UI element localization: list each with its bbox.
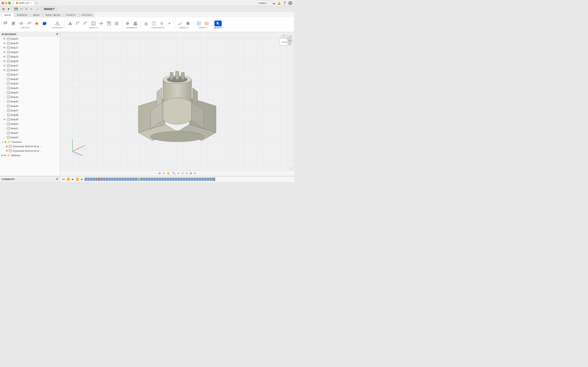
close-tab-icon[interactable]: ✕ xyxy=(31,2,32,4)
comments-pin[interactable]: 📌 xyxy=(56,178,58,180)
grid-dropdown[interactable]: ▾ xyxy=(194,171,196,175)
timeline-item[interactable] xyxy=(196,178,199,181)
tree-item-body52[interactable]: ◌ Body52 xyxy=(0,131,60,135)
tree-item-body30[interactable]: 👁 Body30 xyxy=(0,59,60,63)
timeline-item[interactable] xyxy=(185,178,188,181)
tab-mesh[interactable]: MESH xyxy=(30,13,42,17)
timeline-item[interactable] xyxy=(177,178,180,181)
tree-item-body25[interactable]: 👁 Body25 xyxy=(0,36,60,41)
tree-item-body51[interactable]: ◌ Body51 xyxy=(0,126,60,131)
display-mode-dropdown[interactable]: ▾ xyxy=(185,171,188,175)
timeline-item[interactable] xyxy=(148,178,151,181)
undo-button[interactable]: ↩ xyxy=(19,7,24,11)
timeline-item[interactable] xyxy=(98,178,100,181)
tree-item-body39[interactable]: ◌ Body39 xyxy=(0,81,60,86)
eye-body47[interactable]: ◌ xyxy=(3,109,6,112)
special-button[interactable] xyxy=(33,21,40,26)
timeline-start-button[interactable]: ⏮ xyxy=(61,177,66,181)
timeline-item[interactable] xyxy=(87,178,90,181)
timeline-item[interactable] xyxy=(183,178,185,181)
zoom-button[interactable]: 🔍 xyxy=(172,171,176,175)
timeline-item[interactable] xyxy=(132,178,135,181)
tree-item-body50[interactable]: ◌ Body50 xyxy=(0,122,60,126)
timeline-item[interactable] xyxy=(122,178,124,181)
eye-body30[interactable]: 👁 xyxy=(3,60,6,62)
timeline-item[interactable] xyxy=(207,178,209,181)
axis-button[interactable] xyxy=(158,21,165,26)
timeline-next-button[interactable]: ⏩ xyxy=(75,177,80,181)
tree-item-body29[interactable]: 👁 Body29 xyxy=(0,54,60,59)
timeline-item[interactable] xyxy=(119,178,121,181)
timeline-item[interactable] xyxy=(135,178,138,181)
eye-body49[interactable]: 👁 xyxy=(3,118,6,121)
canvas-button[interactable] xyxy=(203,21,210,26)
timeline-item[interactable] xyxy=(209,178,212,181)
close-button[interactable] xyxy=(2,2,4,4)
eye-body46[interactable]: ◌ xyxy=(3,105,6,108)
insert-derive-button[interactable] xyxy=(195,21,203,26)
eye-body43[interactable]: ◌ xyxy=(3,91,6,94)
collapse-icon[interactable]: ◀ xyxy=(2,33,3,35)
timeline-item[interactable] xyxy=(85,178,87,181)
midplane-button[interactable] xyxy=(150,21,158,26)
automate-btn-1[interactable] xyxy=(54,21,61,26)
tree-item-body38[interactable]: ◌ Body38 xyxy=(0,77,60,81)
tree-item-body26[interactable]: 👁 Body26 xyxy=(0,41,60,45)
timeline-item[interactable] xyxy=(138,178,140,181)
timeline-item[interactable] xyxy=(90,178,92,181)
tree-item-body53[interactable]: ◌ Body53 xyxy=(0,135,60,140)
canvas-eye-2[interactable]: 👁 xyxy=(6,150,8,152)
timeline-item[interactable] xyxy=(124,178,127,181)
tree-item-body37[interactable]: ◌ Body37 xyxy=(0,72,60,77)
canvas-item-2[interactable]: 👁 Screenshot 2023-04-03 at ... xyxy=(0,149,60,153)
tree-item-body44[interactable]: ◌ Body44 xyxy=(0,95,60,99)
measure-button[interactable]: ↔ xyxy=(177,21,184,26)
timeline-end-button[interactable]: ⏭ xyxy=(80,177,84,181)
new-tab-button[interactable]: + xyxy=(35,1,38,5)
offset-plane-button[interactable] xyxy=(143,21,150,26)
redo-button[interactable]: ↪ xyxy=(24,7,29,11)
press-pull-button[interactable] xyxy=(67,21,74,26)
timeline-item[interactable] xyxy=(199,178,201,181)
active-tab[interactable]: 🟠 B200 v14* ✕ xyxy=(13,1,35,6)
timeline-item[interactable] xyxy=(114,178,116,181)
sketches-eye[interactable]: 👁 xyxy=(4,154,6,157)
eye-body39[interactable]: ◌ xyxy=(3,82,6,85)
timeline-item[interactable] xyxy=(95,178,98,181)
eye-body26[interactable]: 👁 xyxy=(3,42,6,44)
timeline-item[interactable] xyxy=(175,178,177,181)
timeline-item[interactable] xyxy=(156,178,159,181)
eye-body29[interactable]: 👁 xyxy=(3,55,6,58)
browser-pin-icon[interactable]: 📌 xyxy=(56,33,58,35)
timeline-item[interactable] xyxy=(169,178,172,181)
minimize-button[interactable] xyxy=(5,2,7,4)
eye-body37[interactable]: ◌ xyxy=(3,73,6,76)
eye-body32[interactable]: 👁 xyxy=(3,69,6,71)
grid-button[interactable]: ⊞ xyxy=(1,7,6,11)
timeline-item[interactable] xyxy=(167,178,169,181)
tab-solid[interactable]: SOLID xyxy=(2,13,14,17)
box-button[interactable] xyxy=(41,21,48,26)
timeline-item[interactable] xyxy=(100,178,103,181)
eye-body25[interactable]: 👁 xyxy=(3,38,6,40)
zebra-button[interactable] xyxy=(184,21,192,26)
select-button[interactable] xyxy=(214,21,222,26)
eye-body50[interactable]: ◌ xyxy=(3,123,6,125)
pan-button[interactable]: ✋ xyxy=(166,171,171,175)
tree-item-body40[interactable]: ◌ Body40 xyxy=(0,86,60,90)
user-avatar[interactable]: U xyxy=(288,1,292,5)
timeline-item[interactable] xyxy=(108,178,111,181)
timeline-item[interactable] xyxy=(116,178,119,181)
timeline-item[interactable] xyxy=(162,178,164,181)
canvases-eye[interactable]: 👁 xyxy=(4,141,7,143)
timeline-item[interactable] xyxy=(191,178,193,181)
shell-button[interactable] xyxy=(90,21,97,26)
timeline-item[interactable] xyxy=(127,178,130,181)
combine-button[interactable] xyxy=(113,21,121,26)
eye-body28[interactable]: 👁 xyxy=(3,51,6,53)
maximize-button[interactable] xyxy=(8,2,11,4)
move-button[interactable] xyxy=(98,21,105,26)
eye-body45[interactable]: ◌ xyxy=(3,100,6,103)
timeline-item[interactable] xyxy=(106,178,108,181)
home-button[interactable]: ⌂ xyxy=(36,7,39,11)
